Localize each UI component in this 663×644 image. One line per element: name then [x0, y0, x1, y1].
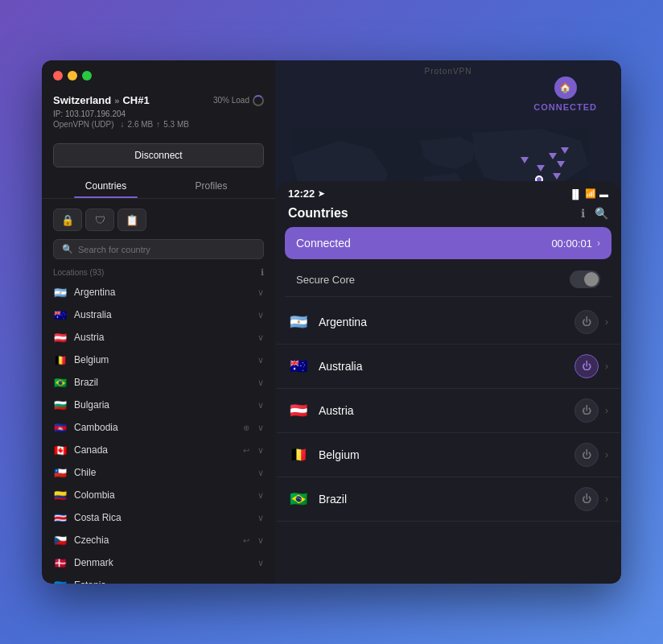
phone-chevron-argentina: › [605, 316, 608, 328]
phone-country-belgium[interactable]: 🇧🇪 Belgium ⏻ › [277, 433, 620, 477]
country-list: 🇦🇷 Argentina ∨ 🇦🇺 Australia ∨ 🇦🇹 Austria… [42, 281, 275, 584]
sidebar-country-argentina[interactable]: 🇦🇷 Argentina ∨ [42, 281, 275, 303]
phone-flag-argentina: 🇦🇷 [288, 314, 309, 330]
flag-argentina: 🇦🇷 [53, 287, 68, 298]
tab-countries[interactable]: Countries [53, 174, 159, 198]
sidebar-country-canada[interactable]: 🇨🇦 Canada ↩ ∨ [42, 439, 275, 461]
country-name-argentina: Argentina [74, 287, 251, 298]
phone-time: 12:22 ➤ [288, 188, 324, 200]
search-box[interactable]: 🔍 [53, 239, 264, 259]
phone-chevron-brazil: › [605, 493, 608, 505]
country-server: Switzerland » CH#1 [53, 94, 150, 106]
chevron-icon-chile: ∨ [257, 468, 264, 478]
phone-flag-belgium: 🇧🇪 [288, 447, 309, 463]
info-button[interactable]: ℹ [581, 207, 585, 220]
country-label: Switzerland [53, 94, 111, 106]
app-container: Switzerland » CH#1 30% Load IP: 103.107.… [42, 60, 621, 584]
chevron-icon-estonia: ∨ [257, 580, 264, 584]
sidebar-country-bulgaria[interactable]: 🇧🇬 Bulgaria ∨ [42, 394, 275, 416]
phone-chevron-austria: › [605, 405, 608, 416]
country-name-estonia: Estonia [74, 580, 251, 584]
sidebar-country-austria[interactable]: 🇦🇹 Austria ∨ [42, 326, 275, 349]
phone-header: Countries ℹ 🔍 [275, 203, 621, 227]
search-button[interactable]: 🔍 [595, 207, 608, 220]
chevron-icon-argentina: ∨ [257, 287, 264, 298]
time-label: 12:22 [288, 188, 315, 200]
country-name-czechia: Czechia [74, 535, 237, 546]
disconnect-button[interactable]: Disconnect [53, 143, 264, 167]
mobile-title: Countries [288, 206, 348, 221]
country-name-chile: Chile [74, 467, 251, 478]
vpn-marker-5 [553, 173, 561, 180]
search-input[interactable] [78, 245, 255, 254]
power-icon-austria: ⏻ [582, 405, 591, 416]
flag-colombia: 🇨🇴 [53, 490, 68, 501]
wifi-icon: 📶 [585, 188, 596, 199]
country-name-costa_rica: Costa Rica [74, 512, 251, 523]
flag-denmark: 🇩🇰 [53, 558, 68, 568]
secure-core-toggle[interactable] [570, 270, 600, 288]
sidebar-country-chile[interactable]: 🇨🇱 Chile ∨ [42, 461, 275, 484]
sidebar-country-cambodia[interactable]: 🇰🇭 Cambodia ⊕ ∨ [42, 416, 275, 439]
phone-country-austria[interactable]: 🇦🇹 Austria ⏻ › [277, 389, 620, 433]
phone-country-argentina[interactable]: 🇦🇷 Argentina ⏻ › [277, 300, 620, 345]
country-name-belgium: Belgium [74, 354, 251, 365]
flag-chile: 🇨🇱 [53, 468, 68, 478]
flag-cambodia: 🇰🇭 [53, 423, 68, 433]
ip-label: 103.107.196.204 [65, 109, 126, 118]
vpn-marker-7 [549, 153, 557, 159]
connected-row[interactable]: Connected 00:00:01 › [285, 227, 612, 259]
timer-text: 00:00:01 [551, 237, 592, 250]
transfer-info: ↓ 2.6 MB ↑ 5.3 MB [121, 120, 189, 129]
titlebar [42, 60, 275, 88]
chevron-icon-belgium: ∨ [257, 355, 264, 365]
edit-icon: 📋 [126, 214, 138, 226]
phone-country-brazil[interactable]: 🇧🇷 Brazil ⏻ › [277, 477, 620, 522]
power-button-austria[interactable]: ⏻ [574, 398, 599, 423]
filter-shield-button[interactable]: 🛡 [85, 208, 114, 231]
vpn-marker-4 [537, 165, 545, 171]
sidebar-country-estonia[interactable]: 🇪🇪 Estonia ∨ [42, 574, 275, 584]
sidebar-country-denmark[interactable]: 🇩🇰 Denmark ∨ [42, 551, 275, 574]
sidebar-country-colombia[interactable]: 🇨🇴 Colombia ∨ [42, 484, 275, 506]
map-area: ProtonVPN 🏠 CONNECTED Switzerland 12:22 … [275, 60, 621, 584]
phone-country-name-argentina: Argentina [319, 316, 574, 328]
connected-label: CONNECTED [533, 102, 597, 112]
close-button[interactable] [53, 71, 63, 80]
sidebar-country-czechia[interactable]: 🇨🇿 Czechia ↩ ∨ [42, 529, 275, 551]
chevron-icon-costa_rica: ∨ [257, 513, 264, 523]
vpn-marker-3 [521, 157, 529, 163]
chevron-right-icon: › [597, 237, 600, 249]
connection-header: Switzerland » CH#1 30% Load IP: 103.107.… [42, 88, 275, 137]
minimize-button[interactable] [68, 71, 77, 80]
tab-profiles[interactable]: Profiles [159, 174, 264, 198]
filter-lock-button[interactable]: 🔒 [53, 208, 82, 231]
phone-flag-australia: 🇦🇺 [288, 358, 309, 374]
chevron-icon-cambodia: ∨ [257, 423, 264, 433]
filter-edit-button[interactable]: 📋 [117, 208, 146, 231]
power-icon-australia: ⏻ [582, 361, 591, 372]
flag-bulgaria: 🇧🇬 [53, 400, 68, 411]
connected-badge: 🏠 CONNECTED [533, 76, 597, 112]
phone-country-australia[interactable]: 🇦🇺 Australia ⏻ › [277, 345, 620, 389]
special-icon-canada: ↩ [243, 446, 249, 455]
info-icon[interactable]: ℹ [261, 267, 264, 278]
sidebar-country-australia[interactable]: 🇦🇺 Australia ∨ [42, 303, 275, 326]
maximize-button[interactable] [82, 71, 92, 80]
power-button-brazil[interactable]: ⏻ [574, 487, 599, 511]
phone-country-list: 🇦🇷 Argentina ⏻ › 🇦🇺 Australia ⏻ › 🇦🇹 Aus… [275, 300, 621, 584]
power-button-argentina[interactable]: ⏻ [574, 310, 599, 334]
power-button-australia[interactable]: ⏻ [574, 354, 599, 378]
sidebar-country-brazil[interactable]: 🇧🇷 Brazil ∨ [42, 371, 275, 394]
country-name-brazil: Brazil [74, 377, 251, 388]
chevron-icon-canada: ∨ [257, 445, 264, 456]
protocol-info: OpenVPN (UDP) ↓ 2.6 MB ↑ 5.3 MB [53, 120, 264, 129]
power-button-belgium[interactable]: ⏻ [574, 443, 599, 467]
flag-belgium: 🇧🇪 [53, 355, 68, 365]
battery-icon: ▬ [599, 189, 608, 199]
sidebar-country-belgium[interactable]: 🇧🇪 Belgium ∨ [42, 349, 275, 371]
phone-country-name-australia: Australia [319, 360, 574, 373]
country-name-denmark: Denmark [74, 557, 251, 568]
phone-country-name-brazil: Brazil [319, 493, 574, 506]
sidebar-country-costa_rica[interactable]: 🇨🇷 Costa Rica ∨ [42, 506, 275, 529]
